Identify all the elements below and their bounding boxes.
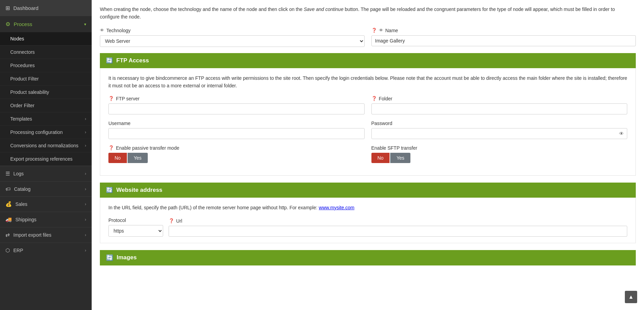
catalog-icon: 🏷: [5, 186, 11, 192]
password-toggle-icon[interactable]: 👁: [619, 131, 624, 136]
images-section-header: 🔄 Images: [100, 250, 636, 265]
shippings-icon: 🚚: [5, 216, 12, 223]
sidebar-label-procedures: Procedures: [10, 63, 35, 68]
sidebar-label-order-filter: Order Filter: [10, 103, 35, 108]
username-password-row: Username Password 👁: [108, 121, 627, 139]
name-input[interactable]: [371, 35, 636, 46]
sidebar-label-sales: Sales: [15, 201, 27, 207]
logs-icon: ☰: [5, 171, 10, 177]
sidebar-item-import-export[interactable]: ⇄ Import export files ›: [0, 227, 92, 243]
sidebar-item-product-filter[interactable]: Product Filter: [0, 72, 92, 86]
passive-mode-group: ❓ Enable passive transfer mode No Yes: [108, 145, 365, 163]
technology-name-row: 👁 Technology Web Server FTP SFTP ❓ 👁 Nam…: [100, 28, 636, 47]
process-left: ⚙ Process: [5, 21, 32, 27]
arrow-right-icon: ›: [85, 143, 86, 148]
sidebar-label-import-export: Import export files: [13, 232, 51, 238]
protocol-group: Protocol https http: [108, 218, 163, 237]
main-content: When creating the node, choose the techn…: [92, 0, 644, 310]
eye-icon: 👁: [100, 28, 104, 33]
url-input[interactable]: [169, 226, 627, 237]
ftp-server-folder-row: ❓ FTP server ❓ Folder: [108, 96, 627, 114]
sftp-yes-button[interactable]: Yes: [390, 153, 410, 163]
sidebar-item-order-filter[interactable]: Order Filter: [0, 99, 92, 112]
ftp-server-input[interactable]: [108, 103, 365, 114]
password-wrapper: 👁: [371, 128, 628, 139]
toggle-row: ❓ Enable passive transfer mode No Yes En…: [108, 145, 627, 163]
sales-icon: 💰: [5, 201, 12, 207]
sidebar: ⊞ Dashboard ⚙ Process ▾ Nodes Connectors…: [0, 0, 92, 310]
info-icon: ❓: [169, 218, 174, 223]
sidebar-item-processing-configuration[interactable]: Processing configuration ›: [0, 126, 92, 139]
chevron-down-icon: ▾: [84, 22, 86, 27]
arrow-right-icon: ›: [85, 202, 86, 207]
folder-input[interactable]: [371, 103, 628, 114]
sidebar-item-erp[interactable]: ⬡ ERP ›: [0, 243, 92, 258]
protocol-url-row: Protocol https http ❓ Url: [108, 218, 627, 237]
website-description: In the URL field, specify the path (URL)…: [108, 204, 627, 211]
sidebar-label-shippings: Shippings: [15, 217, 37, 222]
sidebar-label-logs: Logs: [13, 171, 24, 176]
username-label: Username: [108, 121, 365, 126]
protocol-select[interactable]: https http: [108, 225, 163, 237]
name-group: ❓ 👁 Name: [371, 28, 636, 47]
sidebar-item-dashboard[interactable]: ⊞ Dashboard: [0, 0, 92, 16]
passive-mode-toggle: No Yes: [108, 153, 365, 163]
sidebar-item-procedures[interactable]: Procedures: [0, 59, 92, 72]
sidebar-item-product-saleability[interactable]: Product saleability: [0, 86, 92, 99]
sftp-toggle: No Yes: [371, 153, 628, 163]
website-section-body: In the URL field, specify the path (URL)…: [100, 198, 636, 243]
sidebar-label-nodes: Nodes: [10, 36, 24, 41]
sftp-group: Enable SFTP transfer No Yes: [371, 145, 628, 163]
sidebar-label-process: Process: [14, 21, 32, 27]
sidebar-item-nodes[interactable]: Nodes: [0, 32, 92, 46]
erp-icon: ⬡: [5, 247, 10, 253]
sidebar-label-product-saleability: Product saleability: [10, 89, 49, 95]
sidebar-item-shippings[interactable]: 🚚 Shippings ›: [0, 212, 92, 227]
sidebar-label-conversions-normalizations: Conversions and normalizations: [10, 143, 78, 148]
passive-mode-label: ❓ Enable passive transfer mode: [108, 145, 365, 151]
password-group: Password 👁: [371, 121, 628, 139]
username-group: Username: [108, 121, 365, 139]
website-section-header: 🔄 Website address: [100, 183, 636, 198]
folder-label: ❓ Folder: [371, 96, 628, 101]
sidebar-item-sales[interactable]: 💰 Sales ›: [0, 196, 92, 212]
sidebar-label-export-processing-references: Export processing references: [10, 156, 73, 162]
sidebar-label-product-filter: Product Filter: [10, 76, 39, 82]
arrow-right-icon: ›: [85, 116, 86, 121]
import-export-icon: ⇄: [5, 232, 10, 238]
eye-icon: 👁: [379, 28, 383, 33]
sidebar-item-export-processing-references[interactable]: Export processing references: [0, 152, 92, 166]
ftp-server-label: ❓ FTP server: [108, 96, 365, 101]
name-label: ❓ 👁 Name: [371, 28, 636, 33]
sidebar-label-processing-configuration: Processing configuration: [10, 129, 63, 135]
website-example-link[interactable]: www.mysite.com: [319, 205, 354, 210]
sidebar-item-logs[interactable]: ☰ Logs ›: [0, 166, 92, 181]
arrow-right-icon: ›: [85, 248, 86, 253]
process-icon: ⚙: [5, 21, 10, 27]
dashboard-icon: ⊞: [5, 5, 10, 11]
technology-select[interactable]: Web Server FTP SFTP: [100, 35, 365, 47]
arrow-right-icon: ›: [85, 233, 86, 237]
passive-no-button[interactable]: No: [108, 153, 127, 163]
sidebar-item-templates[interactable]: Templates ›: [0, 112, 92, 126]
sidebar-item-catalog[interactable]: 🏷 Catalog ›: [0, 181, 92, 196]
passive-yes-button[interactable]: Yes: [128, 153, 148, 163]
technology-label: 👁 Technology: [100, 28, 365, 33]
technology-group: 👁 Technology Web Server FTP SFTP: [100, 28, 365, 47]
website-icon: 🔄: [106, 187, 113, 193]
ftp-section-header: 🔄 FTP Access: [100, 53, 636, 68]
folder-group: ❓ Folder: [371, 96, 628, 114]
ftp-section-body: It is necessary to give bindcommerce an …: [100, 68, 636, 176]
scroll-to-top-button[interactable]: ▲: [625, 291, 637, 303]
ftp-icon: 🔄: [106, 57, 113, 64]
sftp-no-button[interactable]: No: [371, 153, 390, 163]
sidebar-item-connectors[interactable]: Connectors: [0, 46, 92, 59]
sidebar-item-conversions-normalizations[interactable]: Conversions and normalizations ›: [0, 139, 92, 152]
sidebar-label-connectors: Connectors: [10, 49, 35, 55]
password-input[interactable]: [371, 128, 628, 139]
ftp-description: It is necessary to give bindcommerce an …: [108, 74, 627, 90]
username-input[interactable]: [108, 128, 365, 139]
protocol-label: Protocol: [108, 218, 163, 223]
arrow-right-icon: ›: [85, 187, 86, 191]
sidebar-item-process[interactable]: ⚙ Process ▾: [0, 16, 92, 32]
